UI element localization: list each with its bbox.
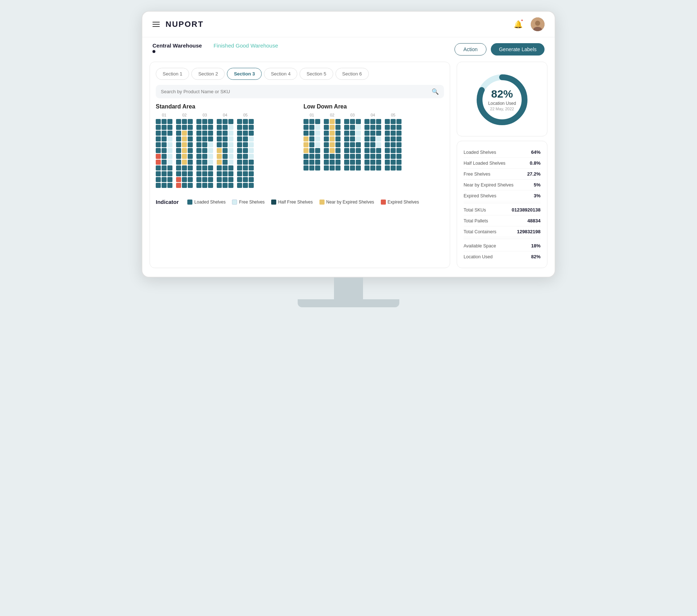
shelf-cell[interactable] — [223, 165, 228, 171]
shelf-cell[interactable] — [167, 171, 172, 176]
shelf-cell[interactable] — [217, 154, 222, 159]
shelf-cell[interactable] — [324, 119, 329, 124]
shelf-cell[interactable] — [249, 136, 254, 141]
shelf-cell[interactable] — [243, 183, 248, 188]
shelf-cell[interactable] — [196, 131, 201, 136]
shelf-cell[interactable] — [182, 136, 187, 141]
shelf-cell[interactable] — [162, 171, 167, 176]
shelf-cell[interactable] — [223, 160, 228, 165]
shelf-cell[interactable] — [188, 165, 193, 171]
shelf-cell[interactable] — [202, 148, 207, 153]
shelf-cell[interactable] — [391, 165, 396, 171]
shelf-cell[interactable] — [208, 183, 213, 188]
action-button[interactable]: Action — [455, 43, 487, 56]
shelf-cell[interactable] — [217, 183, 222, 188]
shelf-cell[interactable] — [335, 125, 341, 130]
shelf-cell[interactable] — [385, 148, 390, 153]
shelf-cell[interactable] — [196, 171, 201, 176]
shelf-cell[interactable] — [202, 177, 207, 182]
shelf-cell[interactable] — [223, 119, 228, 124]
shelf-cell[interactable] — [303, 160, 309, 165]
shelf-cell[interactable] — [315, 154, 320, 159]
shelf-cell[interactable] — [350, 148, 355, 153]
shelf-cell[interactable] — [162, 154, 167, 159]
shelf-cell[interactable] — [364, 154, 370, 159]
shelf-cell[interactable] — [208, 148, 213, 153]
shelf-cell[interactable] — [208, 177, 213, 182]
shelf-cell[interactable] — [350, 165, 355, 171]
shelf-cell[interactable] — [350, 125, 355, 130]
shelf-cell[interactable] — [364, 119, 370, 124]
shelf-cell[interactable] — [249, 154, 254, 159]
shelf-cell[interactable] — [315, 136, 320, 141]
shelf-cell[interactable] — [167, 160, 172, 165]
shelf-cell[interactable] — [396, 148, 402, 153]
shelf-cell[interactable] — [237, 131, 242, 136]
shelf-cell[interactable] — [385, 142, 390, 147]
section-tab-2[interactable]: Section 2 — [191, 68, 225, 80]
shelf-cell[interactable] — [182, 154, 187, 159]
shelf-cell[interactable] — [303, 136, 309, 141]
shelf-cell[interactable] — [249, 125, 254, 130]
shelf-cell[interactable] — [391, 154, 396, 159]
shelf-cell[interactable] — [324, 154, 329, 159]
shelf-cell[interactable] — [162, 160, 167, 165]
shelf-cell[interactable] — [223, 136, 228, 141]
shelf-cell[interactable] — [228, 183, 233, 188]
shelf-cell[interactable] — [243, 171, 248, 176]
shelf-cell[interactable] — [202, 125, 207, 130]
shelf-cell[interactable] — [324, 125, 329, 130]
shelf-cell[interactable] — [188, 148, 193, 153]
shelf-cell[interactable] — [167, 136, 172, 141]
shelf-cell[interactable] — [396, 125, 402, 130]
shelf-cell[interactable] — [356, 136, 361, 141]
shelf-cell[interactable] — [188, 177, 193, 182]
shelf-cell[interactable] — [309, 160, 314, 165]
shelf-cell[interactable] — [370, 154, 375, 159]
shelf-cell[interactable] — [335, 148, 341, 153]
shelf-cell[interactable] — [228, 148, 233, 153]
shelf-cell[interactable] — [188, 160, 193, 165]
shelf-cell[interactable] — [249, 165, 254, 171]
shelf-cell[interactable] — [208, 125, 213, 130]
shelf-cell[interactable] — [196, 183, 201, 188]
shelf-cell[interactable] — [370, 148, 375, 153]
shelf-cell[interactable] — [208, 165, 213, 171]
shelf-cell[interactable] — [385, 165, 390, 171]
shelf-cell[interactable] — [303, 119, 309, 124]
shelf-cell[interactable] — [249, 131, 254, 136]
shelf-cell[interactable] — [156, 131, 161, 136]
shelf-cell[interactable] — [315, 125, 320, 130]
shelf-cell[interactable] — [335, 119, 341, 124]
shelf-cell[interactable] — [243, 131, 248, 136]
shelf-cell[interactable] — [228, 131, 233, 136]
shelf-cell[interactable] — [303, 125, 309, 130]
shelf-cell[interactable] — [356, 119, 361, 124]
shelf-cell[interactable] — [385, 125, 390, 130]
shelf-cell[interactable] — [249, 119, 254, 124]
shelf-cell[interactable] — [167, 148, 172, 153]
shelf-cell[interactable] — [385, 154, 390, 159]
shelf-cell[interactable] — [324, 131, 329, 136]
shelf-cell[interactable] — [330, 142, 335, 147]
shelf-cell[interactable] — [223, 177, 228, 182]
shelf-cell[interactable] — [182, 177, 187, 182]
shelf-cell[interactable] — [324, 136, 329, 141]
shelf-cell[interactable] — [196, 177, 201, 182]
shelf-cell[interactable] — [162, 125, 167, 130]
shelf-cell[interactable] — [156, 136, 161, 141]
section-tab-4[interactable]: Section 4 — [264, 68, 297, 80]
shelf-cell[interactable] — [385, 160, 390, 165]
shelf-cell[interactable] — [176, 183, 181, 188]
shelf-cell[interactable] — [217, 136, 222, 141]
shelf-cell[interactable] — [162, 119, 167, 124]
shelf-cell[interactable] — [391, 131, 396, 136]
shelf-cell[interactable] — [223, 125, 228, 130]
shelf-cell[interactable] — [335, 154, 341, 159]
shelf-cell[interactable] — [344, 154, 349, 159]
shelf-cell[interactable] — [344, 142, 349, 147]
shelf-cell[interactable] — [228, 171, 233, 176]
shelf-cell[interactable] — [391, 136, 396, 141]
shelf-cell[interactable] — [370, 125, 375, 130]
shelf-cell[interactable] — [167, 119, 172, 124]
